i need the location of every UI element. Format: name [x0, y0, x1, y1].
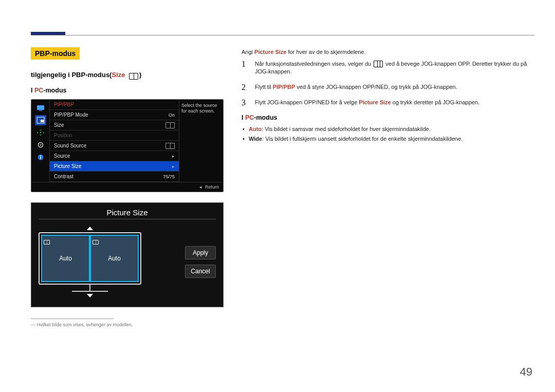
pc-mode2-red: PC [245, 114, 254, 121]
svg-rect-8 [40, 157, 41, 159]
bullet-wide-label: Wide [249, 136, 262, 142]
step3-a: Flytt JOG-knappen OPP/NED for å velge [255, 99, 359, 105]
step-num: 3 [242, 99, 249, 107]
svg-point-6 [40, 144, 41, 146]
svg-rect-1 [39, 110, 42, 111]
sound-split-icon [165, 143, 175, 149]
svg-rect-3 [41, 120, 44, 122]
section-badge: PBP-modus [31, 47, 80, 60]
pane-chip-icon [92, 237, 99, 242]
footnote: ― Hvilket bilde som vises, avhenger av m… [31, 319, 226, 327]
chevron-down-icon[interactable] [87, 294, 93, 297]
intro-c: for hver av de to skjermdelene. [286, 49, 365, 55]
bullet-auto-text: : Vis bildet i samsvar med sideforholdet… [262, 126, 431, 132]
panel-rule [39, 219, 216, 219]
monitor-preview: Auto Auto [39, 225, 141, 300]
svg-rect-9 [40, 155, 41, 156]
monitor-base [72, 291, 108, 292]
monitor-stand [89, 285, 90, 291]
monitor-frame: Auto Auto [39, 232, 141, 285]
osd-row-size[interactable]: Size [50, 120, 179, 130]
chevron-up-icon[interactable] [87, 227, 93, 230]
bullet-auto: Auto: Vis bildet i samsvar med sideforho… [242, 125, 534, 133]
settings-gear-icon[interactable] [35, 140, 46, 150]
page-number: 49 [520, 365, 532, 379]
osd-row-source[interactable]: Source▸ [50, 151, 179, 161]
osd-main-list: PIP/PBP PIP/PBP ModeOn Size Position Sou… [49, 100, 179, 182]
steps-list: 1 Når funksjonstastveiledningen vises, v… [242, 60, 534, 107]
return-arrow-icon: ◂ [199, 184, 202, 190]
pc-mode-suffix: -modus [43, 87, 66, 94]
left-pane-label: Auto [59, 255, 72, 262]
osd-footer: ◂ Return [31, 182, 223, 192]
manual-page: PBP-modus tilgjengelig i PBP-modus(Size … [0, 0, 555, 392]
bullet-wide-text: : Vis bildet i fullskjerm uansett sidefo… [262, 136, 462, 142]
step2-b: PIP/PBP [273, 84, 295, 90]
subtitle-available: tilgjengelig i PBP-modus(Size ) [31, 71, 226, 80]
return-label: Return [205, 184, 219, 190]
pc-mode-red: PC [34, 87, 43, 94]
info-icon[interactable] [35, 152, 46, 162]
pane-chip-icon [44, 237, 50, 242]
step3-c: og trykk deretter på JOG-knappen. [391, 99, 479, 105]
left-pane[interactable]: Auto [41, 235, 90, 282]
step-2: 2 Flytt til PIP/PBP ved å styre JOG-knap… [242, 83, 534, 91]
svg-point-4 [40, 132, 41, 134]
panel-title: Picture Size [39, 208, 216, 217]
step-num: 1 [242, 60, 249, 68]
subtitle-prefix: tilgjengelig i PBP-modus( [31, 71, 112, 79]
step2-c: ved å styre JOG-knappen OPP/NED, og tryk… [295, 84, 457, 90]
pc-mode-heading-left: I PC-modus [31, 87, 226, 94]
arrow-right-icon: ▸ [172, 164, 175, 169]
subtitle-size-red: Size [112, 71, 125, 79]
step2-a: Flytt til [255, 84, 273, 90]
header-rule [31, 35, 534, 35]
osd-hint: Select the source for each screen. [179, 100, 223, 182]
pc-mode-heading-right: I PC-modus [242, 114, 534, 121]
svg-rect-0 [37, 105, 44, 110]
right-pane-label: Auto [108, 255, 121, 262]
intro-b: Picture Size [254, 49, 286, 55]
step-1: 1 Når funksjonstastveiledningen vises, v… [242, 60, 534, 76]
step-3: 3 Flytt JOG-knappen OPP/NED for å velge … [242, 99, 534, 107]
split-screen-icon [128, 72, 139, 80]
osd-row-position: Position [50, 130, 179, 141]
pc-mode-prefix: I [31, 87, 34, 94]
right-pane[interactable]: Auto [90, 235, 139, 282]
footnote-text: Hvilket bilde som vises, avhenger av mod… [37, 322, 133, 327]
size-split-icon [165, 122, 175, 128]
intro-text: Angi Picture Size for hver av de to skje… [242, 49, 534, 55]
osd-row-sound[interactable]: Sound Source [50, 141, 179, 151]
osd-menu: PIP/PBP PIP/PBP ModeOn Size Position Sou… [31, 99, 224, 192]
left-column: PBP-modus tilgjengelig i PBP-modus(Size … [31, 47, 226, 327]
move-icon[interactable] [35, 127, 46, 138]
step-num: 2 [242, 83, 249, 91]
menu-grid-icon [374, 61, 383, 67]
pip-pbp-icon[interactable] [35, 115, 46, 125]
osd-row-picture-size[interactable]: Picture Size▸ [50, 161, 179, 172]
brightness-icon[interactable] [35, 103, 46, 113]
pc-mode2-prefix: I [242, 114, 245, 121]
right-column: Angi Picture Size for hver av de to skje… [242, 49, 534, 145]
osd-title: PIP/PBP [50, 100, 179, 110]
apply-button[interactable]: Apply [185, 246, 216, 259]
osd-row-contrast[interactable]: Contrast75/75 [50, 172, 179, 182]
intro-a: Angi [242, 49, 254, 55]
bullet-auto-label: Auto [249, 126, 262, 132]
osd-row-mode[interactable]: PIP/PBP ModeOn [50, 110, 179, 120]
cancel-button[interactable]: Cancel [185, 265, 216, 278]
bullets-list: Auto: Vis bildet i samsvar med sideforho… [242, 125, 534, 143]
panel-buttons: Apply Cancel [185, 246, 216, 278]
osd-side-icons [31, 100, 49, 182]
arrow-right-icon: ▸ [172, 154, 175, 159]
pc-mode2-suffix: -modus [254, 114, 277, 121]
picture-size-panel: Picture Size Auto Auto [31, 202, 224, 307]
step1-a: Når funksjonstastveiledningen vises, vel… [255, 61, 373, 67]
subtitle-suffix: ) [139, 71, 141, 79]
step3-b: Picture Size [359, 99, 391, 105]
bullet-wide: Wide: Vis bildet i fullskjerm uansett si… [242, 135, 534, 143]
